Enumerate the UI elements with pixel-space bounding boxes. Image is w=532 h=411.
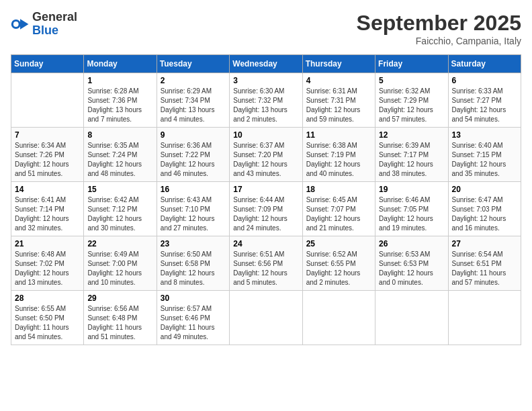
cell-content: Sunrise: 6:55 AM Sunset: 6:50 PM Dayligh… [15, 304, 80, 342]
calendar-cell: 30Sunrise: 6:57 AM Sunset: 6:46 PM Dayli… [157, 291, 229, 345]
calendar-cell: 4Sunrise: 6:31 AM Sunset: 7:31 PM Daylig… [302, 73, 375, 128]
calendar-cell: 29Sunrise: 6:56 AM Sunset: 6:48 PM Dayli… [84, 291, 157, 345]
day-number: 2 [161, 76, 226, 85]
cell-content: Sunrise: 6:54 AM Sunset: 6:51 PM Dayligh… [452, 250, 517, 287]
cell-content: Sunrise: 6:34 AM Sunset: 7:26 PM Dayligh… [15, 141, 80, 179]
header-friday: Friday [375, 55, 448, 73]
calendar-cell: 7Sunrise: 6:34 AM Sunset: 7:26 PM Daylig… [11, 128, 84, 182]
header-tuesday: Tuesday [157, 55, 229, 73]
logo-text: General Blue [32, 11, 77, 38]
calendar-cell [375, 291, 448, 345]
calendar-cell: 14Sunrise: 6:41 AM Sunset: 7:14 PM Dayli… [11, 182, 84, 236]
cell-content: Sunrise: 6:30 AM Sunset: 7:32 PM Dayligh… [233, 87, 298, 124]
cell-content: Sunrise: 6:28 AM Sunset: 7:36 PM Dayligh… [87, 87, 152, 124]
title-block: September 2025 Faicchio, Campania, Italy [357, 11, 521, 46]
header-thursday: Thursday [302, 55, 375, 73]
cell-content: Sunrise: 6:56 AM Sunset: 6:48 PM Dayligh… [87, 304, 152, 342]
day-number: 18 [306, 185, 371, 194]
calendar-cell: 3Sunrise: 6:30 AM Sunset: 7:32 PM Daylig… [230, 73, 302, 128]
calendar-cell: 5Sunrise: 6:32 AM Sunset: 7:29 PM Daylig… [375, 73, 448, 128]
cell-content: Sunrise: 6:53 AM Sunset: 6:53 PM Dayligh… [379, 250, 444, 287]
day-number: 11 [306, 130, 371, 140]
page-header: General Blue September 2025 Faicchio, Ca… [11, 11, 521, 46]
calendar-cell: 21Sunrise: 6:48 AM Sunset: 7:02 PM Dayli… [11, 236, 84, 291]
day-number: 13 [452, 130, 517, 140]
header-sunday: Sunday [11, 55, 84, 73]
calendar-cell: 10Sunrise: 6:37 AM Sunset: 7:20 PM Dayli… [230, 128, 302, 182]
calendar-cell: 9Sunrise: 6:36 AM Sunset: 7:22 PM Daylig… [157, 128, 229, 182]
cell-content: Sunrise: 6:50 AM Sunset: 6:58 PM Dayligh… [161, 250, 226, 287]
cell-content: Sunrise: 6:42 AM Sunset: 7:12 PM Dayligh… [87, 195, 152, 233]
calendar-cell: 22Sunrise: 6:49 AM Sunset: 7:00 PM Dayli… [84, 236, 157, 291]
calendar-cell [230, 291, 302, 345]
cell-content: Sunrise: 6:38 AM Sunset: 7:19 PM Dayligh… [306, 141, 371, 179]
svg-marker-2 [20, 19, 28, 30]
calendar-week-row: 14Sunrise: 6:41 AM Sunset: 7:14 PM Dayli… [11, 182, 521, 236]
calendar-cell [302, 291, 375, 345]
calendar-cell: 26Sunrise: 6:53 AM Sunset: 6:53 PM Dayli… [375, 236, 448, 291]
cell-content: Sunrise: 6:39 AM Sunset: 7:17 PM Dayligh… [379, 141, 444, 179]
day-number: 1 [87, 76, 152, 85]
calendar-cell: 16Sunrise: 6:43 AM Sunset: 7:10 PM Dayli… [157, 182, 229, 236]
calendar-cell: 6Sunrise: 6:33 AM Sunset: 7:27 PM Daylig… [448, 73, 521, 128]
logo-icon [11, 15, 30, 34]
month-title: September 2025 [357, 11, 521, 36]
logo-general: General [32, 10, 77, 24]
day-number: 27 [452, 239, 517, 248]
location: Faicchio, Campania, Italy [357, 36, 521, 46]
cell-content: Sunrise: 6:31 AM Sunset: 7:31 PM Dayligh… [306, 87, 371, 124]
day-number: 24 [233, 239, 298, 248]
day-number: 25 [306, 239, 371, 248]
calendar-table: SundayMondayTuesdayWednesdayThursdayFrid… [11, 54, 521, 345]
cell-content: Sunrise: 6:57 AM Sunset: 6:46 PM Dayligh… [161, 304, 226, 342]
calendar-cell: 20Sunrise: 6:47 AM Sunset: 7:03 PM Dayli… [448, 182, 521, 236]
cell-content: Sunrise: 6:44 AM Sunset: 7:09 PM Dayligh… [233, 195, 298, 233]
cell-content: Sunrise: 6:40 AM Sunset: 7:15 PM Dayligh… [452, 141, 517, 179]
header-monday: Monday [84, 55, 157, 73]
cell-content: Sunrise: 6:51 AM Sunset: 6:56 PM Dayligh… [233, 250, 298, 287]
cell-content: Sunrise: 6:52 AM Sunset: 6:55 PM Dayligh… [306, 250, 371, 287]
calendar-cell [11, 73, 84, 128]
calendar-cell: 11Sunrise: 6:38 AM Sunset: 7:19 PM Dayli… [302, 128, 375, 182]
cell-content: Sunrise: 6:33 AM Sunset: 7:27 PM Dayligh… [452, 87, 517, 124]
calendar-cell: 12Sunrise: 6:39 AM Sunset: 7:17 PM Dayli… [375, 128, 448, 182]
logo-blue: Blue [32, 24, 58, 37]
cell-content: Sunrise: 6:48 AM Sunset: 7:02 PM Dayligh… [15, 250, 80, 287]
day-number: 19 [379, 185, 444, 194]
calendar-week-row: 7Sunrise: 6:34 AM Sunset: 7:26 PM Daylig… [11, 128, 521, 182]
cell-content: Sunrise: 6:43 AM Sunset: 7:10 PM Dayligh… [161, 195, 226, 233]
day-number: 3 [233, 76, 298, 85]
cell-content: Sunrise: 6:35 AM Sunset: 7:24 PM Dayligh… [87, 141, 152, 179]
calendar-cell [448, 291, 521, 345]
day-number: 17 [233, 185, 298, 194]
calendar-header-row: SundayMondayTuesdayWednesdayThursdayFrid… [11, 55, 521, 73]
cell-content: Sunrise: 6:32 AM Sunset: 7:29 PM Dayligh… [379, 87, 444, 124]
cell-content: Sunrise: 6:46 AM Sunset: 7:05 PM Dayligh… [379, 195, 444, 233]
calendar-cell: 25Sunrise: 6:52 AM Sunset: 6:55 PM Dayli… [302, 236, 375, 291]
calendar-week-row: 21Sunrise: 6:48 AM Sunset: 7:02 PM Dayli… [11, 236, 521, 291]
calendar-cell: 19Sunrise: 6:46 AM Sunset: 7:05 PM Dayli… [375, 182, 448, 236]
day-number: 5 [379, 76, 444, 85]
cell-content: Sunrise: 6:41 AM Sunset: 7:14 PM Dayligh… [15, 195, 80, 233]
calendar-cell: 23Sunrise: 6:50 AM Sunset: 6:58 PM Dayli… [157, 236, 229, 291]
day-number: 30 [161, 293, 226, 303]
calendar-cell: 1Sunrise: 6:28 AM Sunset: 7:36 PM Daylig… [84, 73, 157, 128]
calendar-week-row: 28Sunrise: 6:55 AM Sunset: 6:50 PM Dayli… [11, 291, 521, 345]
day-number: 16 [161, 185, 226, 194]
cell-content: Sunrise: 6:45 AM Sunset: 7:07 PM Dayligh… [306, 195, 371, 233]
day-number: 21 [15, 239, 80, 248]
day-number: 6 [452, 76, 517, 85]
calendar-cell: 27Sunrise: 6:54 AM Sunset: 6:51 PM Dayli… [448, 236, 521, 291]
calendar-week-row: 1Sunrise: 6:28 AM Sunset: 7:36 PM Daylig… [11, 73, 521, 128]
day-number: 10 [233, 130, 298, 140]
calendar-cell: 15Sunrise: 6:42 AM Sunset: 7:12 PM Dayli… [84, 182, 157, 236]
day-number: 22 [87, 239, 152, 248]
day-number: 15 [87, 185, 152, 194]
day-number: 28 [15, 293, 80, 303]
header-wednesday: Wednesday [230, 55, 302, 73]
calendar-cell: 18Sunrise: 6:45 AM Sunset: 7:07 PM Dayli… [302, 182, 375, 236]
header-saturday: Saturday [448, 55, 521, 73]
day-number: 7 [15, 130, 80, 140]
cell-content: Sunrise: 6:36 AM Sunset: 7:22 PM Dayligh… [161, 141, 226, 179]
svg-point-1 [13, 21, 19, 27]
